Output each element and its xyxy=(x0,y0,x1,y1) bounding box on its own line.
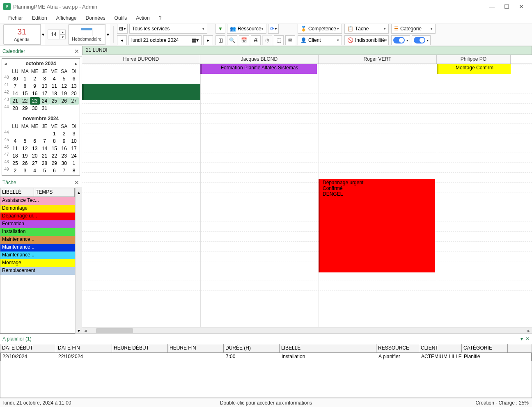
tache-item[interactable]: Assistance Tec... xyxy=(0,197,75,205)
bottom-table-row[interactable]: 22/10/202422/10/20247:00InstallationA pl… xyxy=(0,353,532,361)
cal-day[interactable]: 24 xyxy=(40,97,50,105)
cal-day[interactable]: 6 xyxy=(30,137,40,145)
cal-day[interactable]: 22 xyxy=(49,152,59,160)
cal-day[interactable]: 4 xyxy=(10,137,20,145)
hscroll-thumb[interactable] xyxy=(96,328,133,333)
cal-day[interactable]: 15 xyxy=(20,90,30,97)
cal-day[interactable]: 30 xyxy=(59,160,69,167)
bottom-col-header[interactable]: HEURE DÉBUT xyxy=(112,344,168,352)
tache-item[interactable]: Installation xyxy=(0,228,75,236)
cal-day[interactable] xyxy=(20,130,30,137)
cal-day[interactable]: 10 xyxy=(40,82,50,90)
cal-day[interactable]: 1 xyxy=(49,130,59,137)
cal-day[interactable]: 4 xyxy=(49,75,59,82)
cal-day[interactable]: 21 xyxy=(40,152,50,160)
hscroll-right[interactable]: ▸ xyxy=(525,328,532,334)
cal-day[interactable]: 4 xyxy=(30,167,40,174)
cal-day[interactable] xyxy=(30,130,40,137)
select-tool-button[interactable]: ◫ xyxy=(216,35,225,45)
cal-day[interactable]: 30 xyxy=(10,75,20,82)
cal-day[interactable]: 3 xyxy=(69,130,79,137)
indispo-select[interactable]: 🚫 Indisponibilité▾ xyxy=(344,35,389,45)
cal-day[interactable]: 8 xyxy=(20,82,30,90)
bottom-dropdown-icon[interactable]: ▾ xyxy=(521,336,523,342)
cal-day[interactable]: 2 xyxy=(10,167,20,174)
schedule-body[interactable]: Formation Planifié Alfatec SistemasMonta… xyxy=(82,64,532,327)
cal-day[interactable]: 5 xyxy=(20,137,30,145)
cal-day[interactable]: 2 xyxy=(30,75,40,82)
search-button[interactable]: 🔍 xyxy=(227,35,237,45)
tache-scrollbar[interactable]: ▾ xyxy=(75,197,82,334)
menu-fichier[interactable]: Fichier xyxy=(6,14,25,22)
tache-scroll-up[interactable]: ▴ xyxy=(75,188,82,197)
cal-day[interactable]: 7 xyxy=(40,137,50,145)
tache-select[interactable]: 📋 Tâche▾ xyxy=(344,24,389,34)
cal-prev-button[interactable]: ◂ xyxy=(5,62,7,66)
date-prev-button[interactable]: ◂ xyxy=(117,35,127,45)
filter-button[interactable]: ▼ xyxy=(216,24,225,34)
minimize-button[interactable]: — xyxy=(484,1,499,12)
cal-day[interactable]: 14 xyxy=(10,90,20,97)
cal-day[interactable] xyxy=(69,105,79,112)
cal-day[interactable]: 2 xyxy=(59,130,69,137)
cal-day[interactable]: 8 xyxy=(69,167,79,174)
cal-day[interactable]: 5 xyxy=(40,167,50,174)
cal-day[interactable]: 7 xyxy=(10,82,20,90)
hierarchy-icon-button[interactable]: ⊞▾ xyxy=(117,24,128,34)
cal-day[interactable]: 3 xyxy=(20,167,30,174)
cal-day[interactable]: 16 xyxy=(30,90,40,97)
cal-day[interactable]: 12 xyxy=(59,82,69,90)
categorie-select[interactable]: ☰ Catégorie▾ xyxy=(391,24,436,34)
tache-item[interactable]: Maintenance ... xyxy=(0,244,75,252)
cal-day[interactable]: 27 xyxy=(30,160,40,167)
cal-day[interactable]: 11 xyxy=(49,82,59,90)
agenda-button[interactable]: 31 Agenda xyxy=(3,24,40,45)
today-button[interactable]: 📅 xyxy=(239,35,249,45)
ressource-select[interactable]: 👥 Ressource▾ xyxy=(227,24,266,34)
bottom-col-header[interactable]: DURÉE (H) xyxy=(224,344,280,352)
cal-next-button[interactable]: ▸ xyxy=(75,62,77,66)
cal-day[interactable]: 12 xyxy=(20,145,30,152)
cal-day[interactable]: 26 xyxy=(59,97,69,105)
cal-day[interactable]: 19 xyxy=(59,90,69,97)
tache-item[interactable]: Montage xyxy=(0,259,75,267)
cal-day[interactable]: 13 xyxy=(69,82,79,90)
tache-item[interactable]: Dépannage ur... xyxy=(0,213,75,220)
cal-day[interactable]: 24 xyxy=(69,152,79,160)
cal-day[interactable]: 28 xyxy=(10,105,20,112)
cal-day[interactable]: 25 xyxy=(10,160,20,167)
cal-day[interactable] xyxy=(49,105,59,112)
schedule-event[interactable] xyxy=(82,84,200,100)
agenda-dropdown[interactable]: ▾ xyxy=(40,24,45,45)
cal-day[interactable]: 5 xyxy=(59,75,69,82)
cal-day[interactable]: 13 xyxy=(30,145,40,152)
menu-donnees[interactable]: Données xyxy=(83,14,108,22)
export-button[interactable]: ⬚ xyxy=(274,35,284,45)
schedule-event[interactable]: Formation Planifié Alfatec Sistemas xyxy=(200,64,317,74)
competence-select[interactable]: 🏅 Compétence▾ xyxy=(298,24,342,34)
bottom-col-header[interactable]: RESSOURCE xyxy=(376,344,419,352)
tache-col-libelle[interactable]: LIBELLÉ xyxy=(0,188,34,197)
cal-day[interactable]: 17 xyxy=(40,90,50,97)
cal-day[interactable]: 6 xyxy=(49,167,59,174)
tache-col-temps[interactable]: TEMPS xyxy=(34,188,75,197)
cal-day[interactable]: 6 xyxy=(69,75,79,82)
schedule-event[interactable]: Montage Confirm xyxy=(437,64,511,74)
mail-button[interactable]: ✉ xyxy=(285,35,295,45)
cal-day[interactable]: 25 xyxy=(49,97,59,105)
bottom-col-header[interactable]: CLIENT xyxy=(419,344,462,352)
toggle-2[interactable]: ▾ xyxy=(412,35,431,45)
hebdo-button[interactable]: Hebdomadaire xyxy=(68,24,105,45)
tache-item[interactable]: Démontage xyxy=(0,205,75,213)
cal-day[interactable]: 31 xyxy=(40,105,50,112)
cal-day[interactable] xyxy=(59,105,69,112)
bottom-col-header[interactable]: LIBELLÉ xyxy=(280,344,376,352)
cal-day[interactable]: 18 xyxy=(10,152,20,160)
bottom-col-header[interactable]: CATÉGORIE xyxy=(462,344,508,352)
cal-day[interactable]: 3 xyxy=(40,75,50,82)
refresh-button[interactable]: ⟳▾ xyxy=(268,24,279,34)
schedule-hscrollbar[interactable]: ◂ ▸ xyxy=(82,327,532,334)
print-button[interactable]: 🖨 xyxy=(251,35,261,45)
cal-day[interactable]: 28 xyxy=(40,160,50,167)
cal-day[interactable]: 16 xyxy=(59,145,69,152)
